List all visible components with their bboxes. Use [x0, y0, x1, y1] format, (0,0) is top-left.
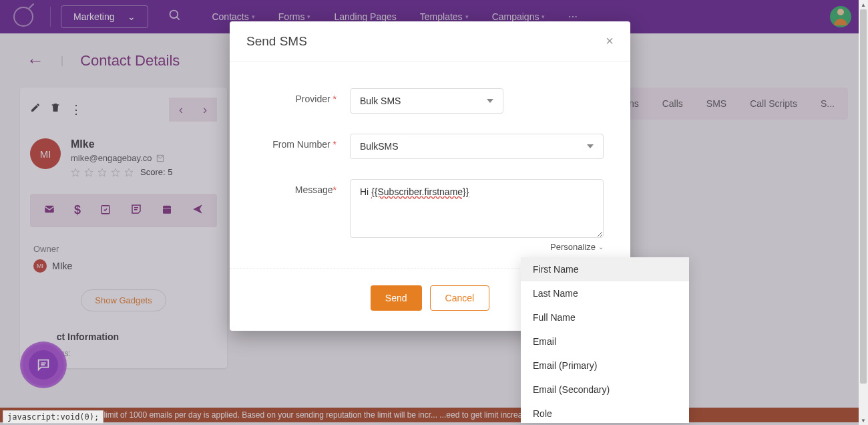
chevron-down-icon: ⌄	[598, 243, 604, 251]
list-item[interactable]: Email (Primary)	[521, 353, 689, 378]
status-bar-url: javascript:void(0);	[3, 410, 103, 424]
list-item[interactable]: Full Name	[521, 305, 689, 329]
from-number-label: From Number *	[256, 134, 350, 150]
personalize-dropdown-list: First Name Last Name Full Name Email Ema…	[521, 257, 689, 423]
close-icon[interactable]: ×	[606, 33, 614, 49]
personalize-dropdown-trigger[interactable]: Personalize ⌄	[350, 242, 604, 252]
chevron-down-icon	[487, 99, 493, 103]
chevron-down-icon	[587, 144, 594, 148]
message-label: Message*	[256, 179, 350, 195]
cancel-button[interactable]: Cancel	[430, 285, 490, 311]
provider-value: Bulk SMS	[360, 96, 401, 106]
list-item[interactable]: First Name	[521, 257, 689, 281]
list-item[interactable]: Email	[521, 329, 689, 353]
send-button[interactable]: Send	[371, 285, 422, 311]
provider-select[interactable]: Bulk SMS	[350, 88, 503, 114]
scrollbar-thumb[interactable]	[860, 9, 867, 384]
scroll-down-icon[interactable]: ▼	[859, 416, 868, 425]
modal-title: Send SMS	[246, 34, 307, 49]
list-item[interactable]: Email (Secondary)	[521, 378, 689, 402]
scroll-up-icon[interactable]: ▲	[859, 0, 868, 9]
list-item[interactable]: Role	[521, 402, 689, 423]
window-scrollbar[interactable]: ▲ ▼	[859, 0, 868, 425]
from-value: BulkSMS	[360, 141, 399, 152]
list-item[interactable]: Last Name	[521, 281, 689, 305]
provider-label: Provider *	[256, 88, 350, 104]
message-textarea[interactable]: Hi {{Subscriber.firstname}}	[350, 179, 604, 238]
from-number-select[interactable]: BulkSMS	[350, 134, 604, 159]
